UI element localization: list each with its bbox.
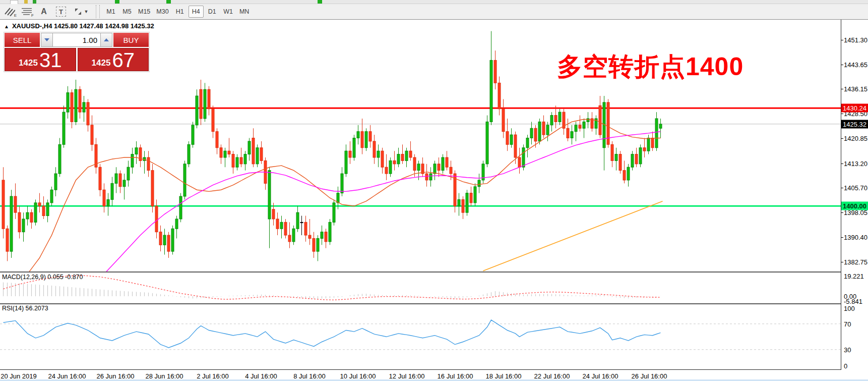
- clipped-green-icon: [33, 0, 36, 4]
- macd-tick-label: 19.221: [844, 273, 864, 280]
- fibonacci-grid-icon[interactable]: F: [19, 6, 34, 18]
- rsi-tick-label: 70: [844, 320, 851, 328]
- toolbar-separator: [96, 5, 100, 18]
- price-tick-mark: [841, 262, 843, 262]
- date-tick-label: 24 Jun 16:00: [48, 372, 86, 380]
- tab-timeframe-H4[interactable]: H4: [189, 6, 204, 18]
- triangle-down-icon: [44, 38, 49, 41]
- price-tick-label: 1413.20: [844, 160, 867, 168]
- price-tick-label: 1436.15: [844, 85, 867, 93]
- clipped-green-icon: [166, 0, 171, 4]
- date-tick-label: 8 Jul 16:00: [293, 372, 326, 380]
- timeframe-buttons: M1M5M15M30H1H4D1W1MN: [103, 6, 253, 18]
- date-tick-label: 18 Jul 16:00: [486, 372, 522, 380]
- buy-quote[interactable]: 1425 67: [78, 48, 149, 71]
- date-tick-label: 2 Jul 16:00: [197, 372, 229, 380]
- price-tag: 1430.24: [841, 104, 868, 113]
- rsi-pane-canvas[interactable]: [0, 304, 841, 369]
- tab-timeframe-W1[interactable]: W1: [221, 6, 236, 18]
- chart-window[interactable]: ▲XAUUSD-,H4 1425.80 1427.48 1424.98 1425…: [0, 19, 868, 381]
- equidistant-channel-icon[interactable]: E: [2, 6, 17, 18]
- price-tick-mark: [841, 237, 843, 238]
- chevron-down-icon: ▼: [84, 9, 89, 14]
- price-tick-mark: [841, 188, 843, 188]
- price-tick-label: 1420.85: [844, 135, 867, 142]
- line-studies-toolbar: E F A T ▼ M1M5M15M30H1H4D1W1MN: [0, 4, 868, 20]
- sell-quote[interactable]: 1425 31: [5, 48, 76, 71]
- date-tick-label: 28 Jun 16:00: [145, 372, 183, 380]
- date-tick-label: 4 Jul 16:00: [245, 372, 277, 380]
- price-tick-mark: [841, 212, 843, 213]
- clipped-upper-toolbar: [0, 0, 868, 4]
- tab-timeframe-M1[interactable]: M1: [103, 6, 118, 18]
- macd-tick-label: -5.841: [844, 298, 862, 305]
- tab-timeframe-M15[interactable]: M15: [136, 6, 153, 18]
- tab-timeframe-H1[interactable]: H1: [172, 6, 188, 18]
- date-tick-label: 10 Jul 16:00: [340, 372, 376, 380]
- price-tick-label: 1443.65: [844, 61, 867, 69]
- date-tick-label: 20 Jun 2019: [1, 372, 37, 380]
- text-label-icon[interactable]: A: [36, 6, 51, 18]
- rsi-label: RSI(14) 56.2073: [2, 305, 48, 312]
- price-tick-mark: [841, 65, 843, 65]
- price-tick-mark: [841, 89, 843, 89]
- arrows-icon[interactable]: ▼: [71, 6, 91, 18]
- buy-button[interactable]: BUY: [113, 33, 149, 47]
- triangle-up-icon: [104, 38, 109, 41]
- price-tick-mark: [841, 138, 843, 139]
- pane-divider[interactable]: [0, 271, 841, 273]
- macd-label: MACD(12,26,9) 0.055 -0.870: [2, 274, 83, 281]
- volume-input[interactable]: [53, 33, 100, 47]
- symbol-marker-icon: ▲: [4, 24, 9, 29]
- date-tick-label: 16 Jul 16:00: [438, 372, 473, 380]
- date-tick-label: 26 Jul 16:00: [632, 372, 667, 380]
- price-tag: 1400.00: [841, 202, 868, 210]
- price-tick-mark: [841, 114, 843, 114]
- tab-timeframe-D1[interactable]: D1: [205, 6, 220, 18]
- date-tick-label: 22 Jul 16:00: [534, 372, 570, 380]
- mt4-terminal: E F A T ▼ M1M5M15M30H1H4D1W1MN ▲XAUUSD-,…: [0, 0, 868, 381]
- chart-title: ▲XAUUSD-,H4 1425.80 1427.48 1424.98 1425…: [4, 22, 154, 30]
- time-axis-line: [0, 369, 841, 370]
- one-click-trading-panel: SELL BUY 1425 31 1425 67: [4, 32, 150, 72]
- tab-timeframe-M30[interactable]: M30: [154, 6, 171, 18]
- price-tick-label: 1405.70: [844, 184, 867, 192]
- clipped-yellow-icon: [24, 0, 28, 4]
- rsi-tick-label: 30: [844, 346, 851, 354]
- chart-annotation-text: 多空转折点1400: [557, 50, 743, 84]
- price-tick-mark: [841, 164, 843, 164]
- rsi-tick-label: 0: [844, 362, 847, 370]
- date-tick-label: 24 Jul 16:00: [583, 372, 618, 380]
- price-tag: 1425.32: [841, 120, 868, 129]
- rsi-tick-label: 100: [844, 305, 855, 312]
- tab-timeframe-MN[interactable]: MN: [237, 6, 252, 18]
- price-tick-mark: [841, 40, 843, 40]
- volume-decrease-button[interactable]: [41, 33, 53, 47]
- macd-pane-canvas[interactable]: [0, 273, 841, 303]
- text-box-icon[interactable]: T: [53, 6, 69, 18]
- price-axis-line: [841, 20, 841, 370]
- volume-increase-button[interactable]: [100, 33, 112, 47]
- clipped-green-icon: [115, 0, 119, 4]
- date-tick-label: 26 Jun 16:00: [96, 372, 134, 380]
- price-tick-label: 1382.75: [844, 258, 867, 266]
- sell-button[interactable]: SELL: [5, 33, 40, 47]
- price-tick-label: 1390.40: [844, 234, 867, 241]
- date-tick-label: 12 Jul 16:00: [389, 372, 425, 380]
- tab-timeframe-M5[interactable]: M5: [119, 6, 135, 18]
- clipped-green-icon: [318, 0, 322, 4]
- price-tick-label: 1451.30: [844, 36, 867, 44]
